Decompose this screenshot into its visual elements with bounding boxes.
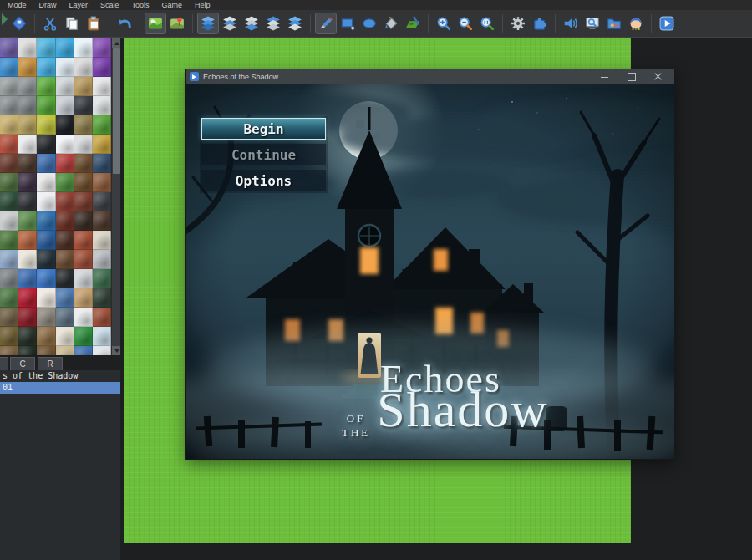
tile-1-4[interactable] — [74, 58, 93, 77]
tile-1-0[interactable] — [0, 58, 18, 77]
tile-14-1[interactable] — [18, 308, 37, 327]
layer-3-icon[interactable] — [262, 13, 284, 34]
tile-13-5[interactable] — [93, 288, 111, 308]
tile-14-3[interactable] — [56, 308, 74, 327]
tile-16-2[interactable] — [37, 346, 55, 355]
title-command-options[interactable]: Options — [201, 170, 326, 191]
tile-5-2[interactable] — [37, 135, 55, 154]
menubar-item-help[interactable]: Help — [195, 0, 211, 10]
tile-7-1[interactable] — [18, 173, 37, 192]
layer-4-icon[interactable] — [284, 13, 306, 34]
tile-6-1[interactable] — [18, 154, 37, 173]
tile-9-3[interactable] — [56, 211, 74, 231]
event-edit-mode-icon[interactable] — [166, 13, 188, 34]
tile-2-2[interactable] — [37, 77, 55, 96]
tile-3-1[interactable] — [18, 96, 37, 115]
tile-12-5[interactable] — [93, 269, 111, 288]
tile-9-2[interactable] — [37, 211, 55, 231]
tileset-tab-c[interactable]: C — [10, 357, 35, 370]
tile-1-5[interactable] — [93, 58, 111, 77]
menubar-item-draw[interactable]: Draw — [39, 0, 57, 10]
map-edit-mode-icon[interactable] — [145, 13, 166, 34]
tile-2-4[interactable] — [74, 77, 93, 96]
tile-9-1[interactable] — [18, 211, 37, 231]
minimize-icon[interactable] — [601, 73, 609, 81]
tile-1-1[interactable] — [18, 58, 37, 77]
map-list-item[interactable]: 01 — [0, 382, 120, 394]
tile-12-1[interactable] — [18, 269, 37, 288]
maximize-icon[interactable] — [628, 73, 636, 81]
tile-4-0[interactable] — [0, 115, 18, 135]
tile-7-4[interactable] — [74, 173, 93, 192]
undo-icon[interactable] — [114, 13, 135, 34]
tile-2-0[interactable] — [0, 77, 18, 96]
tile-3-3[interactable] — [56, 96, 74, 115]
tile-4-4[interactable] — [74, 115, 93, 135]
shadow-pen-tool-icon[interactable] — [402, 13, 424, 34]
menubar-item-tools[interactable]: Tools — [132, 0, 150, 10]
tile-15-4[interactable] — [74, 327, 93, 346]
tile-15-1[interactable] — [18, 327, 37, 346]
tile-14-0[interactable] — [0, 308, 18, 327]
tile-3-2[interactable] — [37, 96, 55, 115]
rectangle-tool-icon[interactable] — [337, 13, 358, 34]
tab-clipped[interactable] — [0, 357, 8, 370]
tile-11-3[interactable] — [56, 250, 74, 269]
tile-4-1[interactable] — [18, 115, 37, 135]
tile-10-2[interactable] — [37, 231, 55, 250]
tile-10-5[interactable] — [93, 231, 111, 250]
tile-11-5[interactable] — [93, 250, 111, 269]
title-command-begin[interactable]: Begin — [201, 118, 326, 140]
menubar-item-scale[interactable]: Scale — [100, 0, 119, 10]
tile-9-0[interactable] — [0, 211, 18, 231]
tile-12-4[interactable] — [74, 269, 93, 288]
resource-manager-icon[interactable] — [603, 13, 625, 34]
tile-0-5[interactable] — [93, 38, 111, 58]
tile-12-0[interactable] — [0, 269, 18, 288]
tileset-palette[interactable] — [0, 38, 120, 355]
tile-14-4[interactable] — [74, 308, 93, 327]
scrollbar-thumb[interactable] — [113, 48, 120, 174]
tile-2-5[interactable] — [93, 77, 111, 96]
zoom-out-icon[interactable] — [455, 13, 476, 34]
event-searcher-icon[interactable] — [582, 13, 603, 34]
menubar-item-game[interactable]: Game — [162, 0, 183, 10]
tile-14-2[interactable] — [37, 308, 55, 327]
tile-0-1[interactable] — [18, 38, 37, 58]
tile-7-0[interactable] — [0, 173, 18, 192]
tile-11-4[interactable] — [74, 250, 93, 269]
tile-9-4[interactable] — [74, 211, 93, 231]
tile-13-3[interactable] — [56, 288, 74, 308]
plugin-manager-icon[interactable] — [529, 13, 551, 34]
copy-icon[interactable] — [61, 13, 83, 34]
menubar-item-layer[interactable]: Layer — [69, 0, 89, 10]
tile-10-3[interactable] — [56, 231, 74, 250]
tile-2-1[interactable] — [18, 77, 37, 96]
tile-10-0[interactable] — [0, 231, 18, 250]
tile-14-5[interactable] — [93, 308, 111, 327]
tile-6-4[interactable] — [74, 154, 93, 173]
scroll-up-icon[interactable] — [112, 38, 120, 48]
tile-11-1[interactable] — [18, 250, 37, 269]
zoom-actual-size-icon[interactable] — [476, 13, 498, 34]
tile-13-4[interactable] — [74, 288, 93, 308]
scroll-down-icon[interactable] — [112, 346, 120, 355]
tile-12-2[interactable] — [37, 269, 55, 288]
game-window-titlebar[interactable]: Echoes of the Shadow — [186, 69, 674, 84]
tile-3-5[interactable] — [93, 96, 111, 115]
tile-6-2[interactable] — [37, 154, 55, 173]
fill-tool-icon[interactable] — [380, 13, 402, 34]
menubar-item-mode[interactable]: Mode — [8, 0, 27, 10]
tile-16-3[interactable] — [56, 346, 74, 355]
tile-15-0[interactable] — [0, 327, 18, 346]
tile-7-2[interactable] — [37, 173, 55, 192]
tile-1-3[interactable] — [56, 58, 74, 77]
ellipse-tool-icon[interactable] — [358, 13, 380, 34]
tile-13-2[interactable] — [37, 288, 55, 308]
tile-0-3[interactable] — [56, 38, 74, 58]
tile-15-2[interactable] — [37, 327, 55, 346]
layer-1-icon[interactable] — [219, 13, 241, 34]
tile-10-4[interactable] — [74, 231, 93, 250]
tile-3-0[interactable] — [0, 96, 18, 115]
tileset-scrollbar[interactable] — [111, 38, 120, 355]
